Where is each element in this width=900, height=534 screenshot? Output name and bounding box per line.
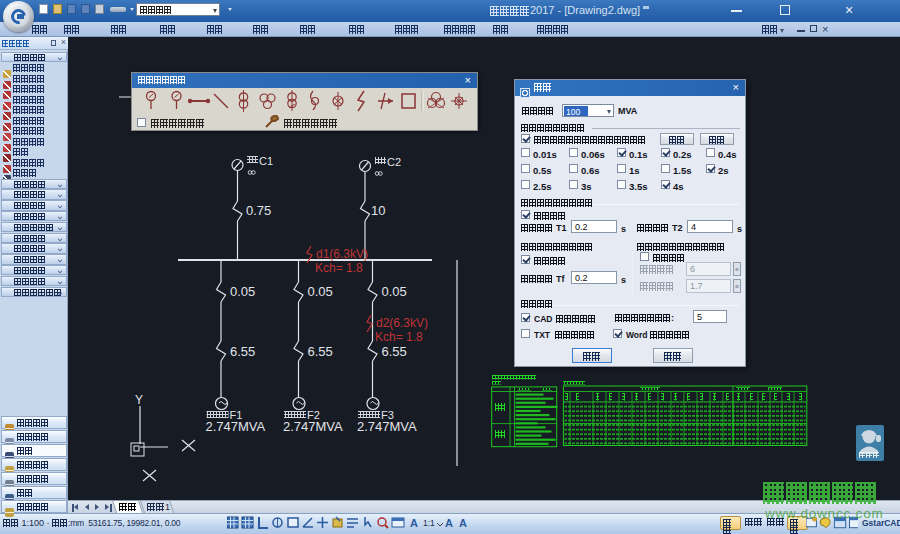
svg-text:Kch= 1.8: Kch= 1.8 <box>375 330 423 344</box>
svg-text:10: 10 <box>371 203 385 218</box>
svg-text:0.05: 0.05 <box>230 284 255 299</box>
svg-text:2.747MVA: 2.747MVA <box>206 419 266 434</box>
svg-text:A: A <box>445 517 453 529</box>
svg-text:Y: Y <box>135 393 143 407</box>
svg-text:C1: C1 <box>259 155 273 167</box>
svg-text:2.747MVA: 2.747MVA <box>357 419 417 434</box>
svg-text:6.55: 6.55 <box>382 344 407 359</box>
svg-text:1:1: 1:1 <box>423 518 435 528</box>
svg-text:d2(6.3kV): d2(6.3kV) <box>376 316 428 330</box>
svg-text:6.55: 6.55 <box>230 344 255 359</box>
svg-text:0.75: 0.75 <box>246 203 271 218</box>
svg-text:d1(6.3kV): d1(6.3kV) <box>316 247 368 261</box>
svg-text:C2: C2 <box>387 156 401 168</box>
svg-text:0.05: 0.05 <box>308 284 333 299</box>
svg-text:0.05: 0.05 <box>382 284 407 299</box>
svg-text:6.55: 6.55 <box>308 344 333 359</box>
svg-text:2.747MVA: 2.747MVA <box>283 419 343 434</box>
svg-text:A: A <box>410 517 418 529</box>
svg-text:A: A <box>459 517 467 529</box>
svg-text:Kch= 1.8: Kch= 1.8 <box>315 261 363 275</box>
